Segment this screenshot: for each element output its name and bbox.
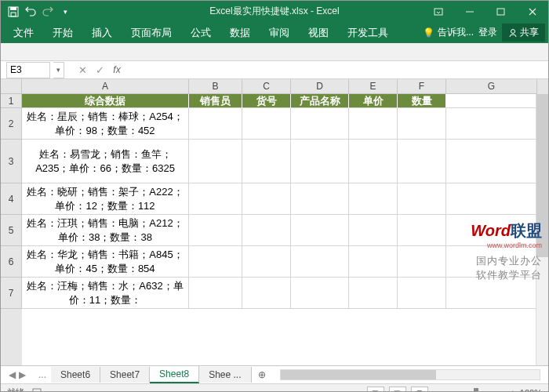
cell[interactable] bbox=[189, 215, 242, 246]
tab-file[interactable]: 文件 bbox=[4, 22, 43, 43]
sheet-more[interactable]: ... bbox=[34, 369, 51, 380]
ribbon-options-icon[interactable] bbox=[423, 1, 454, 22]
formula-input[interactable] bbox=[125, 62, 548, 78]
view-normal-icon[interactable]: ▦ bbox=[367, 387, 384, 393]
cell[interactable] bbox=[242, 246, 291, 278]
tab-layout[interactable]: 页面布局 bbox=[122, 22, 181, 43]
cell[interactable] bbox=[291, 215, 349, 246]
cell[interactable] bbox=[446, 215, 537, 246]
cell[interactable] bbox=[291, 140, 349, 183]
vscroll-thumb[interactable] bbox=[536, 94, 548, 257]
cell[interactable] bbox=[398, 108, 446, 140]
cancel-icon[interactable]: ✕ bbox=[74, 62, 91, 78]
cell[interactable] bbox=[349, 215, 398, 246]
sheet-tab[interactable]: Sheet6 bbox=[51, 367, 100, 383]
row-header[interactable]: 2 bbox=[1, 108, 22, 140]
cell[interactable] bbox=[189, 183, 242, 215]
col-header-c[interactable]: C bbox=[242, 79, 291, 94]
row-header[interactable]: 4 bbox=[1, 183, 22, 215]
cell[interactable] bbox=[349, 140, 398, 183]
zoom-out-icon[interactable]: − bbox=[433, 388, 438, 393]
cell[interactable] bbox=[349, 246, 398, 278]
cell[interactable] bbox=[446, 108, 537, 140]
cell[interactable] bbox=[242, 215, 291, 246]
cell[interactable] bbox=[291, 246, 349, 278]
cell[interactable] bbox=[349, 108, 398, 140]
sheet-tab[interactable]: Sheet7 bbox=[100, 367, 150, 383]
col-header-g[interactable]: G bbox=[446, 79, 537, 94]
cell[interactable] bbox=[349, 278, 398, 309]
sheet-tab-active[interactable]: Sheet8 bbox=[150, 366, 199, 383]
cell[interactable] bbox=[446, 94, 537, 108]
fx-icon[interactable]: fx bbox=[108, 62, 125, 78]
cell[interactable] bbox=[189, 140, 242, 183]
cell[interactable]: 姓名：易雪龙；销售：鱼竿；A235；单价：66；数量：6325 bbox=[22, 140, 189, 183]
sheet-tab[interactable]: Shee ... bbox=[199, 367, 251, 383]
view-break-icon[interactable]: ⊟ bbox=[411, 387, 428, 393]
cell[interactable] bbox=[446, 246, 537, 278]
cell[interactable]: 单价 bbox=[349, 94, 398, 108]
name-box[interactable]: E3 bbox=[6, 62, 50, 78]
cell[interactable] bbox=[398, 278, 446, 309]
share-button[interactable]: 共享 bbox=[502, 24, 545, 42]
cell[interactable]: 姓名：汪琪；销售：电脑；A212；单价：38；数量：38 bbox=[22, 215, 189, 246]
cell[interactable] bbox=[189, 108, 242, 140]
cell[interactable]: 产品名称 bbox=[291, 94, 349, 108]
save-icon[interactable] bbox=[5, 4, 21, 20]
cell[interactable] bbox=[242, 183, 291, 215]
view-layout-icon[interactable]: ▤ bbox=[389, 387, 406, 393]
cell[interactable] bbox=[398, 183, 446, 215]
tab-data[interactable]: 数据 bbox=[220, 22, 260, 43]
maximize-icon[interactable] bbox=[485, 1, 517, 22]
row-header[interactable]: 1 bbox=[1, 94, 22, 108]
signin-link[interactable]: 登录 bbox=[478, 26, 497, 39]
qat-dropdown-icon[interactable]: ▾ bbox=[57, 4, 73, 20]
vertical-scrollbar[interactable] bbox=[536, 94, 548, 365]
cell[interactable]: 姓名：星辰；销售：棒球；A254；单价：98；数量：452 bbox=[22, 108, 189, 140]
row-header[interactable]: 7 bbox=[1, 278, 22, 309]
cell[interactable]: 数量 bbox=[398, 94, 446, 108]
row-header[interactable]: 3 bbox=[1, 140, 22, 183]
undo-icon[interactable] bbox=[23, 4, 38, 20]
name-box-dropdown-icon[interactable]: ▾ bbox=[53, 62, 64, 78]
cell[interactable]: 货号 bbox=[242, 94, 291, 108]
cell[interactable]: 综合数据 bbox=[22, 94, 189, 108]
select-all-corner[interactable] bbox=[1, 79, 22, 94]
col-header-f[interactable]: F bbox=[398, 79, 446, 94]
hscroll-thumb[interactable] bbox=[281, 370, 436, 379]
row-header[interactable]: 5 bbox=[1, 215, 22, 246]
col-header-d[interactable]: D bbox=[291, 79, 349, 94]
cell[interactable] bbox=[291, 183, 349, 215]
nav-next-icon[interactable]: ▶ bbox=[19, 369, 26, 380]
col-header-e[interactable]: E bbox=[349, 79, 398, 94]
tab-view[interactable]: 视图 bbox=[299, 22, 338, 43]
tab-formulas[interactable]: 公式 bbox=[181, 22, 220, 43]
tab-insert[interactable]: 插入 bbox=[82, 22, 122, 43]
cell[interactable]: 销售员 bbox=[189, 94, 242, 108]
col-header-b[interactable]: B bbox=[189, 79, 242, 94]
cell[interactable] bbox=[242, 278, 291, 309]
cell[interactable] bbox=[398, 246, 446, 278]
cell[interactable]: 姓名：晓研；销售：架子；A222；单价：12；数量：112 bbox=[22, 183, 189, 215]
cell[interactable] bbox=[291, 278, 349, 309]
enter-icon[interactable]: ✓ bbox=[91, 62, 108, 78]
cell[interactable] bbox=[446, 183, 537, 215]
tell-me[interactable]: 💡告诉我... bbox=[423, 26, 474, 39]
nav-prev-icon[interactable]: ◀ bbox=[9, 369, 16, 380]
redo-icon[interactable] bbox=[40, 4, 56, 20]
tab-developer[interactable]: 开发工具 bbox=[338, 22, 398, 43]
row-header[interactable]: 6 bbox=[1, 246, 22, 278]
col-header-a[interactable]: A bbox=[22, 79, 189, 94]
cell[interactable] bbox=[446, 278, 537, 309]
horizontal-scrollbar[interactable] bbox=[280, 369, 540, 380]
tab-home[interactable]: 开始 bbox=[43, 22, 82, 43]
cell[interactable] bbox=[446, 140, 537, 183]
cell[interactable]: 姓名：华龙；销售：书籍；A845；单价：45；数量：854 bbox=[22, 246, 189, 278]
zoom-in-icon[interactable]: + bbox=[510, 388, 514, 393]
zoom-level[interactable]: 100% bbox=[520, 388, 542, 393]
cells-area[interactable]: 综合数据销售员货号产品名称单价数量姓名：星辰；销售：棒球；A254；单价：98；… bbox=[22, 94, 548, 365]
cell[interactable] bbox=[189, 246, 242, 278]
cell[interactable] bbox=[349, 183, 398, 215]
zoom-thumb[interactable] bbox=[474, 388, 478, 392]
cell[interactable] bbox=[291, 108, 349, 140]
